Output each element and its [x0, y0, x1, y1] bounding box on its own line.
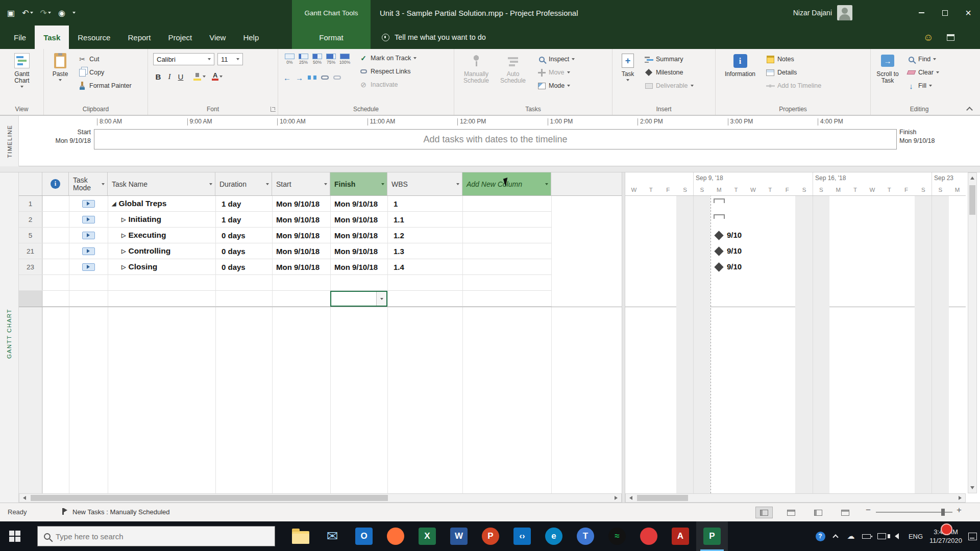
tab-task[interactable]: Task [35, 26, 69, 49]
insert-milestone-button[interactable]: Milestone [644, 66, 683, 79]
minimize-button[interactable] [910, 0, 933, 26]
cut-button[interactable]: ✂ Cut [78, 53, 99, 65]
task-name-cell[interactable]: ◢Global Treps [108, 196, 215, 211]
info-cell[interactable] [42, 259, 69, 274]
close-button[interactable]: × [957, 0, 980, 26]
undo-icon[interactable]: ↶ [22, 8, 33, 18]
pane-splitter-horizontal[interactable] [0, 166, 980, 172]
collapse-ribbon-icon[interactable] [967, 107, 973, 111]
expand-triangle-icon[interactable]: ▷ [121, 216, 126, 223]
add-to-timeline-button[interactable]: Add to Timeline [766, 80, 821, 92]
file-explorer-icon[interactable] [285, 521, 316, 551]
mode-button[interactable]: Mode [537, 80, 570, 92]
language-indicator[interactable]: ENG [904, 521, 927, 551]
zoom-in-icon[interactable]: + [957, 505, 962, 515]
powerpoint-icon[interactable]: P [475, 521, 506, 551]
scroll-right-icon[interactable] [611, 494, 621, 502]
scroll-up-icon[interactable] [967, 174, 977, 182]
table-row[interactable]: 2 ▷Initiating 1 day Mon 9/10/18 Mon 9/10… [19, 212, 551, 228]
row-number[interactable]: 1 [19, 196, 42, 211]
collapse-triangle-icon[interactable]: ◢ [112, 201, 116, 207]
edge-icon[interactable]: e [538, 521, 570, 551]
battery-icon[interactable] [859, 521, 874, 551]
tab-format[interactable]: Format [292, 26, 371, 49]
info-column-header[interactable]: i [42, 172, 69, 195]
task-name-column-header[interactable]: Task Name [108, 172, 215, 195]
timeline-empty-box[interactable]: Add tasks with dates to the timeline [94, 129, 897, 149]
tab-view[interactable]: View [201, 26, 234, 49]
selected-row-header[interactable] [19, 291, 42, 307]
tab-help[interactable]: Help [234, 26, 267, 49]
milestone-diamond[interactable] [714, 262, 723, 271]
copy-button[interactable]: Copy [78, 66, 104, 79]
background-color-icon[interactable] [193, 72, 202, 81]
italic-button[interactable]: I [164, 72, 175, 81]
info-cell[interactable] [42, 196, 69, 211]
summary-bracket[interactable] [714, 214, 725, 219]
avatar[interactable] [837, 5, 852, 20]
wbs-cell[interactable]: 1.4 [387, 259, 462, 274]
tab-project[interactable]: Project [159, 26, 201, 49]
mark-on-track-button[interactable]: ✓ Mark on Track [359, 52, 416, 64]
table-row[interactable]: 21 ▷Controlling 0 days Mon 9/10/18 Mon 9… [19, 243, 551, 259]
finish-cell[interactable]: Mon 9/10/18 [330, 243, 387, 259]
scroll-to-task-button[interactable]: → Scroll to Task [873, 49, 902, 84]
finish-cell[interactable]: Mon 9/10/18 [330, 259, 387, 274]
milestone-diamond[interactable] [714, 231, 723, 240]
duration-cell[interactable]: 1 day [215, 196, 272, 211]
task-name-cell[interactable]: ▷Executing [108, 228, 215, 243]
status-view-usage-button[interactable] [782, 507, 800, 518]
redo-icon[interactable]: ↷ [40, 8, 51, 18]
expand-triangle-icon[interactable]: ▷ [121, 248, 126, 255]
outlook-icon[interactable]: O [348, 521, 380, 551]
wbs-cell[interactable]: 1.2 [387, 228, 462, 243]
table-row[interactable]: 23 ▷Closing 0 days Mon 9/10/18 Mon 9/10/… [19, 259, 551, 275]
task-mode-cell[interactable] [69, 228, 108, 243]
tray-chevron-up-icon[interactable] [828, 521, 843, 551]
info-cell[interactable] [42, 228, 69, 243]
percent-complete-25-button[interactable]: 25% [297, 53, 310, 65]
percent-complete-100-button[interactable]: 100% [338, 53, 351, 65]
taskbar-search[interactable] [37, 526, 275, 546]
app-red-icon[interactable] [633, 521, 665, 551]
spotify-icon[interactable]: ≈ [601, 521, 633, 551]
ribbon-display-options-icon[interactable] [947, 34, 954, 41]
info-cell[interactable] [42, 212, 69, 227]
start-cell[interactable]: Mon 9/10/18 [272, 243, 330, 259]
start-cell[interactable]: Mon 9/10/18 [272, 196, 330, 211]
insert-task-button[interactable]: + Task [616, 49, 640, 81]
status-view-gantt-button[interactable] [755, 507, 773, 518]
table-row[interactable]: 5 ▷Executing 0 days Mon 9/10/18 Mon 9/10… [19, 228, 551, 243]
unlink-tasks-icon[interactable] [333, 76, 341, 80]
acrobat-icon[interactable]: A [665, 521, 696, 551]
new-tasks-flag-icon[interactable] [62, 508, 64, 516]
duration-cell[interactable]: 0 days [215, 228, 272, 243]
scroll-right-icon[interactable] [955, 494, 965, 502]
select-all-header[interactable] [19, 172, 42, 195]
milestone-diamond[interactable] [714, 246, 723, 256]
finish-column-header[interactable]: Finish [330, 172, 387, 195]
gantt-horizontal-scrollbar[interactable] [625, 493, 966, 503]
expand-triangle-icon[interactable]: ▷ [121, 232, 126, 239]
clear-button[interactable]: Clear [906, 66, 939, 79]
maximize-button[interactable] [933, 0, 957, 26]
vscode-icon[interactable]: ‹› [506, 521, 538, 551]
start-cell[interactable]: Mon 9/10/18 [272, 212, 330, 227]
empty-table-row[interactable] [19, 291, 551, 307]
percent-complete-75-button[interactable]: 75% [325, 53, 337, 65]
duration-cell[interactable]: 1 day [215, 212, 272, 227]
duration-column-header[interactable]: Duration [215, 172, 272, 195]
customize-qat-icon[interactable] [72, 12, 76, 14]
task-mode-column-header[interactable]: Task Mode [69, 172, 108, 195]
details-button[interactable]: Details [766, 66, 797, 79]
row-number[interactable]: 23 [19, 259, 42, 274]
split-task-icon[interactable] [308, 76, 316, 80]
format-painter-button[interactable]: Format Painter [78, 80, 132, 92]
cell-dropdown-button[interactable] [376, 292, 386, 306]
excel-icon[interactable]: X [411, 521, 443, 551]
new-tasks-mode[interactable]: New Tasks : Manually Scheduled [72, 508, 170, 516]
find-button[interactable]: Find [906, 53, 936, 65]
outdent-task-icon[interactable]: ← [283, 73, 291, 82]
inspect-button[interactable]: Inspect [537, 53, 575, 65]
display-icon[interactable] [874, 521, 889, 551]
